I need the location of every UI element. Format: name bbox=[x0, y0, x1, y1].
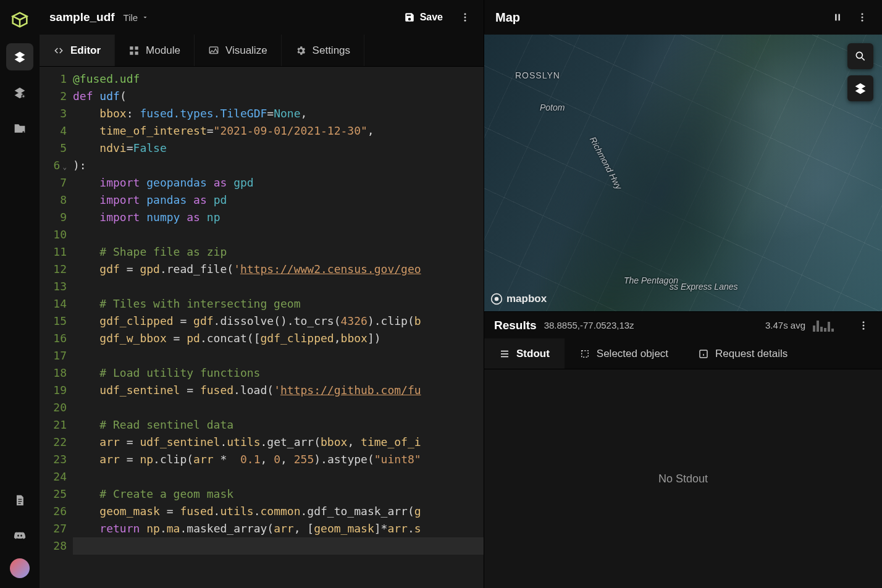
svg-rect-9 bbox=[835, 14, 837, 21]
map-title: Map bbox=[495, 10, 520, 25]
gear-icon bbox=[295, 45, 306, 56]
results-sparkline bbox=[813, 319, 847, 332]
udf-name[interactable]: sample_udf bbox=[49, 10, 115, 24]
rail-layers-button[interactable] bbox=[6, 43, 33, 70]
layers-icon bbox=[854, 82, 867, 94]
svg-point-12 bbox=[862, 17, 863, 19]
rail-layers-add-button[interactable] bbox=[6, 79, 33, 106]
rail-docs-button[interactable] bbox=[6, 487, 33, 514]
map-viewport[interactable]: ROSSLYN Potom The Pentagon Richmond Hwy … bbox=[484, 35, 882, 311]
user-avatar[interactable] bbox=[10, 558, 30, 578]
editor-more-button[interactable] bbox=[456, 9, 474, 26]
svg-point-18 bbox=[863, 324, 865, 326]
results-title: Results bbox=[494, 319, 537, 332]
line-gutter: 123456⌄789101112131415161718192021222324… bbox=[40, 67, 73, 588]
tab-module-label: Module bbox=[146, 44, 180, 57]
map-label-rosslyn: ROSSLYN bbox=[515, 70, 560, 80]
svg-rect-20 bbox=[582, 350, 589, 357]
document-icon bbox=[14, 494, 26, 506]
mapbox-icon bbox=[490, 293, 503, 305]
more-vert-icon bbox=[460, 12, 471, 23]
map-label-express: ss Express Lanes bbox=[670, 282, 738, 292]
save-button[interactable]: Save bbox=[399, 8, 448, 27]
tab-settings-label: Settings bbox=[313, 44, 350, 57]
mode-dropdown[interactable]: Tile bbox=[124, 12, 149, 23]
folder-add-icon bbox=[14, 122, 26, 135]
svg-rect-7 bbox=[135, 51, 138, 54]
code-editor[interactable]: 123456⌄789101112131415161718192021222324… bbox=[40, 67, 484, 588]
results-coords: 38.8855,-77.0523,13z bbox=[544, 320, 634, 330]
tab-request-details[interactable]: Request details bbox=[683, 338, 802, 369]
map-panel: Map ROSSLYN Potom The Pentagon Richmond … bbox=[484, 0, 882, 588]
stdout-empty-text: No Stdout bbox=[658, 472, 708, 485]
crop-icon bbox=[579, 348, 590, 359]
rail-folder-add-button[interactable] bbox=[6, 115, 33, 142]
tab-editor-label: Editor bbox=[70, 44, 101, 57]
svg-point-16 bbox=[495, 297, 499, 301]
visualize-icon bbox=[208, 45, 219, 56]
tab-visualize[interactable]: Visualize bbox=[195, 35, 282, 66]
search-icon bbox=[854, 50, 867, 62]
more-vert-icon bbox=[857, 12, 868, 23]
layers-add-icon bbox=[14, 86, 26, 99]
list-icon bbox=[499, 348, 510, 359]
results-tabbar: Stdout Selected object Request details bbox=[484, 338, 882, 369]
tab-stdout-label: Stdout bbox=[516, 348, 550, 360]
save-label: Save bbox=[420, 12, 443, 23]
svg-rect-5 bbox=[135, 46, 138, 49]
chevron-down-icon bbox=[141, 14, 149, 21]
svg-point-17 bbox=[863, 321, 865, 323]
stdout-panel: No Stdout bbox=[484, 369, 882, 588]
pause-icon bbox=[833, 12, 842, 22]
editor-panel: sample_udf Tile Save Editor bbox=[40, 0, 484, 588]
rail-discord-button[interactable] bbox=[6, 523, 33, 550]
info-icon bbox=[698, 348, 709, 359]
more-vert-icon bbox=[858, 320, 869, 331]
tab-editor[interactable]: Editor bbox=[40, 35, 115, 66]
svg-point-11 bbox=[862, 13, 863, 15]
mode-label: Tile bbox=[124, 12, 138, 23]
mapbox-attribution[interactable]: mapbox bbox=[490, 293, 547, 305]
svg-point-13 bbox=[862, 20, 863, 22]
map-search-button[interactable] bbox=[847, 43, 873, 69]
left-rail bbox=[0, 0, 40, 588]
layers-icon bbox=[14, 51, 26, 63]
svg-rect-10 bbox=[838, 14, 840, 21]
svg-rect-6 bbox=[130, 51, 133, 54]
tab-stdout[interactable]: Stdout bbox=[484, 338, 565, 369]
tab-settings[interactable]: Settings bbox=[282, 35, 364, 66]
svg-rect-4 bbox=[130, 46, 133, 49]
tab-selected-object[interactable]: Selected object bbox=[565, 338, 683, 369]
tab-selected-label: Selected object bbox=[597, 348, 668, 360]
svg-point-14 bbox=[856, 52, 862, 58]
mapbox-label: mapbox bbox=[506, 293, 547, 305]
app-logo[interactable] bbox=[7, 7, 32, 32]
map-pause-button[interactable] bbox=[829, 9, 846, 26]
editor-tabbar: Editor Module Visualize Settings bbox=[40, 35, 484, 67]
code-icon bbox=[53, 45, 64, 56]
results-avg: 3.47s avg bbox=[765, 320, 805, 330]
module-icon bbox=[128, 45, 140, 56]
map-label-potomac: Potom bbox=[540, 103, 565, 112]
svg-point-3 bbox=[464, 20, 466, 22]
tab-module[interactable]: Module bbox=[115, 35, 195, 66]
svg-point-2 bbox=[464, 17, 466, 19]
save-icon bbox=[404, 12, 415, 23]
svg-point-19 bbox=[863, 327, 865, 329]
map-header: Map bbox=[484, 0, 882, 35]
map-layers-button[interactable] bbox=[847, 75, 873, 101]
editor-titlebar: sample_udf Tile Save bbox=[40, 0, 484, 35]
discord-icon bbox=[14, 530, 26, 542]
results-bar: Results 38.8855,-77.0523,13z 3.47s avg bbox=[484, 311, 882, 338]
tab-visualize-label: Visualize bbox=[225, 44, 267, 57]
svg-point-1 bbox=[464, 13, 466, 15]
results-more-button[interactable] bbox=[855, 317, 872, 334]
map-more-button[interactable] bbox=[854, 9, 871, 26]
tab-request-label: Request details bbox=[715, 348, 788, 360]
code-content[interactable]: @fused.udfdef udf( bbox: fused.types.Til… bbox=[73, 67, 484, 588]
